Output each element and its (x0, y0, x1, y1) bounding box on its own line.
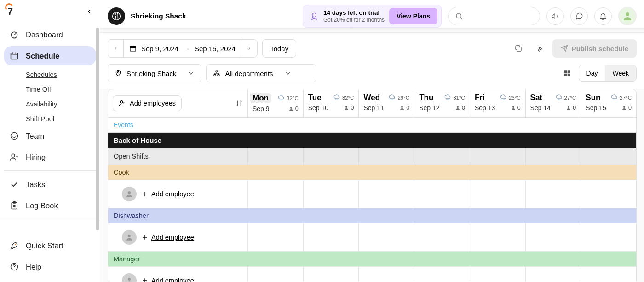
add-employee-link[interactable]: Add employee (141, 277, 194, 282)
bell-button[interactable] (594, 7, 612, 25)
open-shift-slot[interactable] (414, 148, 470, 164)
view-day-button[interactable]: Day (579, 65, 605, 81)
shift-slot[interactable] (470, 267, 526, 282)
sort-button[interactable] (236, 100, 243, 107)
grid-view-button[interactable] (560, 66, 574, 80)
sidebar-item-label: Log Book (26, 201, 58, 210)
sidebar-item-dashboard[interactable]: Dashboard (4, 25, 96, 44)
plus-icon (141, 234, 149, 241)
shift-slot[interactable] (526, 223, 581, 251)
shift-slot[interactable] (414, 223, 470, 251)
shift-slot[interactable] (359, 223, 414, 251)
day-header-mon[interactable]: Mon32°CSep 90 (248, 89, 304, 117)
shift-slot[interactable] (304, 267, 359, 282)
weather-badge: 27°C (555, 94, 576, 101)
app-logo[interactable]: 7 (7, 6, 13, 18)
date-range-display[interactable]: Sep 9, 2024 → Sep 15, 2024 (124, 40, 242, 57)
sidebar-sub-availability[interactable]: Availability (26, 97, 96, 112)
sidebar-item-hiring[interactable]: Hiring (4, 147, 96, 167)
open-shift-slot[interactable] (304, 148, 359, 164)
add-employees-button[interactable]: Add employees (113, 95, 182, 111)
day-header-tue[interactable]: Tue32°CSep 100 (304, 89, 359, 117)
open-shift-slot[interactable] (248, 148, 304, 164)
shift-slot[interactable] (581, 267, 636, 282)
day-header-sat[interactable]: Sat27°CSep 140 (526, 89, 581, 117)
person-icon (125, 233, 133, 241)
sidebar-item-label: Quick Start (26, 241, 63, 250)
sidebar-sub-schedules[interactable]: Schedules (26, 67, 96, 82)
shift-slot[interactable] (248, 223, 304, 251)
day-date: Sep 11 (363, 104, 384, 112)
shift-slot[interactable] (470, 223, 526, 251)
headcount-badge: 0 (511, 105, 521, 111)
svg-rect-19 (567, 70, 570, 73)
sidebar-item-quickstart[interactable]: Quick Start (4, 236, 96, 255)
add-employee-link[interactable]: Add employee (141, 234, 194, 241)
chevron-down-icon (187, 70, 195, 77)
plus-icon (141, 190, 149, 198)
sidebar-item-tasks[interactable]: Tasks (4, 175, 96, 194)
day-header-wed[interactable]: Wed29°CSep 110 (359, 89, 414, 117)
day-header-fri[interactable]: Fri26°CSep 130 (470, 89, 526, 117)
shift-slot[interactable] (248, 267, 304, 282)
grid-header-row: Add employees Mon32°CSep 90Tue32°CSep 10… (108, 89, 636, 118)
sidebar-item-team[interactable]: Team (4, 126, 96, 146)
location-filter[interactable]: Shrieking Shack (108, 64, 201, 82)
shift-slot[interactable] (470, 180, 526, 208)
events-row[interactable]: Events (108, 118, 636, 133)
headcount-badge: 0 (288, 106, 299, 112)
section-back-of-house[interactable]: Back of House (108, 133, 636, 148)
sidebar-item-label: Tasks (26, 180, 45, 189)
help-icon (9, 262, 19, 272)
add-employee-link[interactable]: Add employee (141, 190, 194, 198)
sidebar-scrollbar[interactable] (95, 28, 100, 235)
shift-slot[interactable] (526, 180, 581, 208)
shift-slot[interactable] (526, 267, 581, 282)
open-shift-slot[interactable] (581, 148, 636, 164)
shift-slot[interactable] (581, 223, 636, 251)
chevron-down-icon (284, 70, 292, 77)
view-plans-button[interactable]: View Plans (389, 8, 437, 24)
location-name: Shrieking Shack (131, 12, 186, 20)
user-avatar[interactable] (618, 7, 637, 25)
next-week-button[interactable] (242, 40, 257, 57)
shift-slot[interactable] (304, 223, 359, 251)
shift-slot[interactable] (359, 180, 414, 208)
shift-slot[interactable] (414, 180, 470, 208)
view-week-button[interactable]: Week (605, 65, 636, 81)
sidebar-sub-shiftpool[interactable]: Shift Pool (26, 112, 96, 126)
location-chip[interactable]: Shrieking Shack (108, 7, 186, 25)
shift-slot[interactable] (248, 180, 304, 208)
prev-week-button[interactable] (108, 40, 124, 57)
plus-icon (141, 277, 149, 282)
employee-avatar-placeholder (122, 187, 137, 201)
day-header-sun[interactable]: Sun27°CSep 150 (581, 89, 636, 117)
sidebar-item-logbook[interactable]: Log Book (4, 196, 96, 215)
role-row-manager[interactable]: Manager (108, 252, 636, 267)
role-row-cook[interactable]: Cook (108, 165, 636, 180)
search-input[interactable] (448, 7, 540, 25)
role-row-dishwasher[interactable]: Dishwasher (108, 208, 636, 223)
tools-button[interactable] (531, 40, 548, 57)
sidebar-collapse-button[interactable] (86, 8, 92, 15)
open-shifts-label[interactable]: Open Shifts (108, 148, 248, 164)
shift-slot[interactable] (581, 180, 636, 208)
today-button[interactable]: Today (262, 39, 296, 58)
chat-button[interactable] (570, 7, 588, 25)
copy-schedule-button[interactable] (510, 40, 527, 57)
day-header-thu[interactable]: Thu31°CSep 120 (414, 89, 470, 117)
open-shift-slot[interactable] (470, 148, 526, 164)
shift-slot[interactable] (304, 180, 359, 208)
publish-schedule-button[interactable]: Publish schedule (552, 39, 637, 58)
megaphone-button[interactable] (546, 7, 564, 25)
send-icon (561, 45, 568, 52)
day-date: Sep 15 (586, 104, 606, 112)
sidebar-item-schedule[interactable]: Schedule (4, 46, 96, 65)
open-shift-slot[interactable] (526, 148, 581, 164)
shift-slot[interactable] (359, 267, 414, 282)
open-shift-slot[interactable] (359, 148, 414, 164)
sidebar-item-help[interactable]: Help (4, 257, 96, 276)
sidebar-sub-timeoff[interactable]: Time Off (26, 82, 96, 97)
shift-slot[interactable] (414, 267, 470, 282)
department-filter[interactable]: All departments (206, 64, 316, 82)
